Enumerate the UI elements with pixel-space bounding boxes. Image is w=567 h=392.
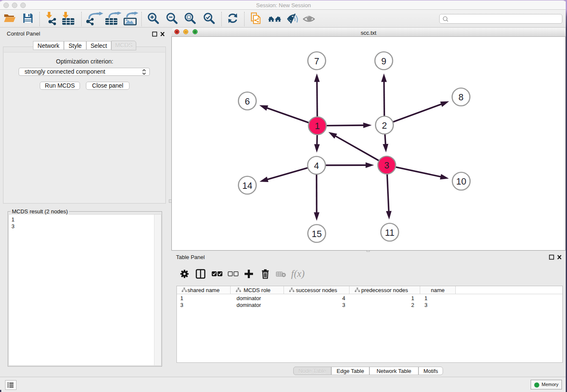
svg-text:8: 8: [459, 92, 464, 102]
svg-text:10: 10: [456, 177, 466, 187]
svg-text:14: 14: [242, 181, 253, 191]
svg-text:11: 11: [385, 228, 394, 238]
svg-text:9: 9: [381, 56, 386, 66]
svg-text:15: 15: [312, 229, 322, 239]
svg-text:1: 1: [315, 121, 320, 131]
svg-text:4: 4: [314, 161, 319, 171]
svg-text:2: 2: [382, 121, 387, 131]
svg-text:6: 6: [245, 97, 250, 107]
svg-text:3: 3: [384, 160, 389, 171]
svg-text:7: 7: [314, 56, 319, 66]
